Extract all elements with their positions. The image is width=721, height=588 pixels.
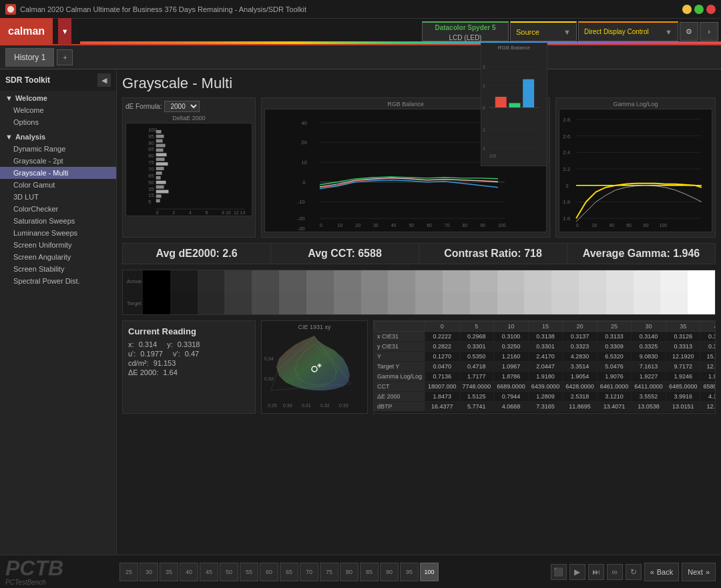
taskbar-strip-item[interactable]: 60 <box>260 563 278 581</box>
svg-text:2: 2 <box>483 83 485 88</box>
svg-rect-13 <box>156 130 162 133</box>
taskbar-strip-item[interactable]: 65 <box>280 563 298 581</box>
table-row: x CIE310.22220.29680.31000.31380.31370.3… <box>375 332 716 342</box>
table-row-label: y CIE31 <box>375 342 425 352</box>
rgb-balance-2-chart: RGB Balance 3 2 0 -1 -2 <box>481 69 547 166</box>
svg-text:-10: -10 <box>297 199 305 205</box>
svg-text:0: 0 <box>576 223 579 228</box>
sidebar-item-color-gamut[interactable]: Color Gamut <box>0 179 116 191</box>
svg-text:40: 40 <box>301 120 307 126</box>
svg-text:20: 20 <box>592 223 597 228</box>
table-cell: 13.0538 <box>632 402 666 412</box>
history-tab[interactable]: History 1 <box>5 48 54 67</box>
table-cell: 0.2822 <box>425 342 460 352</box>
swatch-actual-90 <box>634 270 661 292</box>
table-cell: 2.5318 <box>563 392 597 402</box>
settings-gear[interactable]: ⚙ <box>680 22 698 41</box>
gamma-svg: 2.8 2.6 2.4 2.2 2 1.8 1.6 0 20 40 60 80 … <box>559 109 712 232</box>
table-cell: 7.3165 <box>528 402 563 412</box>
svg-text:2: 2 <box>172 210 175 215</box>
add-tab-button[interactable]: + <box>57 49 73 65</box>
refresh-button[interactable]: ↻ <box>626 564 642 580</box>
table-cell: 4.2830 <box>563 352 597 362</box>
taskbar-strip-item[interactable]: 90 <box>380 563 399 581</box>
sidebar-item-spectral-power[interactable]: Spectral Power Dist. <box>0 275 116 287</box>
svg-text:2: 2 <box>565 183 568 189</box>
taskbar-strip-item[interactable]: 70 <box>300 563 318 581</box>
sidebar-item-saturation-sweeps[interactable]: Saturation Sweeps <box>0 215 116 227</box>
svg-rect-23 <box>156 176 161 180</box>
taskbar-strip-item[interactable]: 75 <box>320 563 338 581</box>
col-header-30: 30 <box>632 322 666 332</box>
svg-text:10: 10 <box>338 223 343 228</box>
avg-cct-stat: Avg CCT: 6588 <box>271 244 419 264</box>
play-button[interactable]: ▶ <box>569 564 585 580</box>
swatch-target-55 <box>443 292 470 314</box>
table-cell: 0.3250 <box>494 342 529 352</box>
svg-text:0: 0 <box>156 210 159 215</box>
sidebar-item-grayscale-2pt[interactable]: Grayscale - 2pt <box>0 155 116 167</box>
sidebar-item-luminance-sweeps[interactable]: Luminance Sweeps <box>0 227 116 239</box>
taskbar-strip-item[interactable]: 30 <box>140 563 158 581</box>
swatch-target-15 <box>224 292 252 314</box>
logo-dropdown[interactable]: ▼ <box>58 18 71 45</box>
svg-point-0 <box>7 6 14 13</box>
svg-text:85: 85 <box>148 146 154 152</box>
nav-arrow[interactable]: › <box>700 22 718 41</box>
sidebar-item-options[interactable]: Options <box>0 116 116 128</box>
sidebar-group-welcome[interactable]: ▼ Welcome <box>0 92 116 104</box>
svg-text:-2: -2 <box>483 146 485 151</box>
svg-text:-20: -20 <box>297 216 305 222</box>
taskbar-strip-item[interactable]: 80 <box>340 563 358 581</box>
source-dropdown[interactable]: Source ▼ <box>510 21 577 41</box>
svg-text:5: 5 <box>148 199 152 205</box>
sidebar-item-screen-angularity[interactable]: Screen Angularity <box>0 251 116 263</box>
taskbar-strip-item[interactable]: 55 <box>240 563 258 581</box>
device-dropdown[interactable]: Datacolor Spyder 5 LCD (LED) <box>422 21 509 41</box>
taskbar-strip-item[interactable]: 35 <box>160 563 178 581</box>
table-cell: 0.4718 <box>459 362 494 372</box>
taskbar-strip-item[interactable]: 100 <box>420 563 439 581</box>
minimize-button[interactable] <box>682 5 692 14</box>
sidebar-item-colorchecker[interactable]: ColorChecker <box>0 203 116 215</box>
svg-rect-19 <box>156 158 165 161</box>
sidebar-item-screen-uniformity[interactable]: Screen Uniformity <box>0 239 116 251</box>
de-formula-select[interactable]: 2000 <box>164 101 200 112</box>
table-cell: 0.7136 <box>425 372 460 382</box>
taskbar-strip-item[interactable]: 40 <box>180 563 198 581</box>
close-button[interactable] <box>706 5 716 14</box>
taskbar-strip-item[interactable]: 95 <box>400 563 419 581</box>
swatch-actual-65 <box>497 270 525 292</box>
svg-text:0.31: 0.31 <box>302 403 311 408</box>
next-button[interactable]: Next » <box>682 563 716 581</box>
calman-logo: calman <box>0 18 53 45</box>
svg-rect-17 <box>156 148 164 152</box>
sidebar-group-analysis[interactable]: ▼ Analysis <box>0 131 116 143</box>
sidebar-item-dynamic-range[interactable]: Dynamic Range <box>0 143 116 155</box>
sidebar-item-screen-stability[interactable]: Screen Stability <box>0 263 116 275</box>
rgb-balance-2-svg: 3 2 0 -1 -2 100 <box>483 69 545 164</box>
taskbar-strip-item[interactable]: 25 <box>119 563 138 581</box>
swatch-actual-20 <box>252 270 279 292</box>
taskbar-strip-item[interactable]: 50 <box>220 563 238 581</box>
sidebar-item-welcome[interactable]: Welcome <box>0 104 116 116</box>
sidebar-toggle[interactable]: ◀ <box>97 73 111 87</box>
table-cell: 0.7944 <box>494 392 529 402</box>
stop-button[interactable]: ⬛ <box>551 564 567 580</box>
sidebar-item-3dlut[interactable]: 3D LUT <box>0 191 116 203</box>
taskbar-strip-item[interactable]: 85 <box>360 563 379 581</box>
table-cell: 11.8695 <box>563 402 597 412</box>
svg-rect-25 <box>156 186 164 189</box>
display-control-dropdown[interactable]: Direct Display Control ▼ <box>578 21 678 41</box>
taskbar-strip-item[interactable]: 45 <box>200 563 218 581</box>
loop-button[interactable]: ∞ <box>607 564 623 580</box>
svg-text:40: 40 <box>609 223 614 228</box>
sidebar-item-grayscale-multi[interactable]: Grayscale - Multi <box>0 167 116 179</box>
maximize-button[interactable] <box>694 5 704 14</box>
swatch-actual-15 <box>224 270 252 292</box>
table-row: Y0.12700.53501.21602.41704.28306.53209.0… <box>375 352 716 362</box>
table-cell: 0.2222 <box>425 332 460 342</box>
svg-text:60: 60 <box>626 223 632 228</box>
next-frame-button[interactable]: ⏭ <box>588 564 604 580</box>
back-button[interactable]: « Back <box>644 563 680 581</box>
